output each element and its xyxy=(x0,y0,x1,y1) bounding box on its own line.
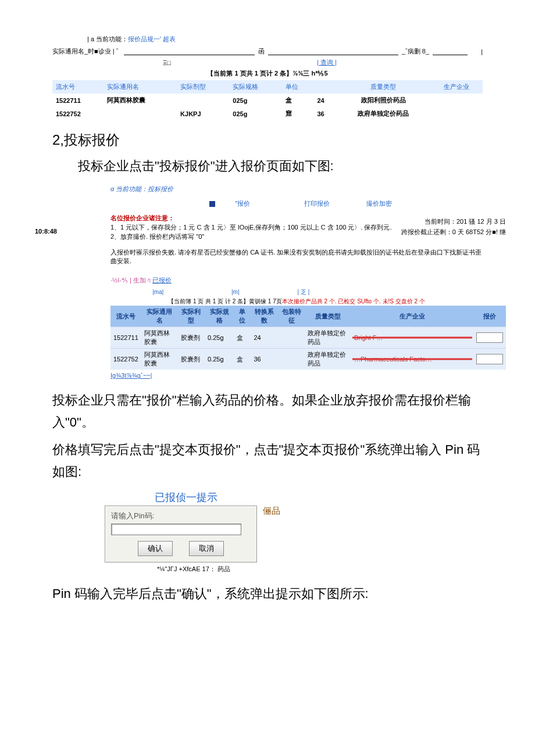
result-table-1: 流水号 实际通用名 实际剂型 实际规格 单位 质量类型 生产企业 1522711… xyxy=(52,80,483,120)
paragraph-3: Pin 码输入完毕后点击"确认"，系统弹出提示如下图所示: xyxy=(52,583,483,604)
input-underline[interactable] xyxy=(124,48,254,55)
deadline-label: 跨报价截止还剩：0 天 68T52 分■! 继 xyxy=(401,228,506,237)
pager-2: 【当前簿 1 页 共 1 页 计 2 条】黄驯缘 1 7页本次撮价产品共 2 个… xyxy=(110,298,483,306)
col-blank xyxy=(313,80,336,94)
col-quality: 质量类型 xyxy=(337,80,430,94)
price-cell xyxy=(473,349,506,370)
equals-symbol: Ξ□ xyxy=(163,59,171,66)
caret-end: | xyxy=(471,48,483,55)
input-underline-3[interactable] xyxy=(433,48,468,55)
notice-line-3: 入报价时罹示报价失败. 请冷有星否已经安蟹修的 CA 证书. 加果没有安奘制的庇… xyxy=(110,248,483,266)
maker-cell: …Pharmaceuticals Facto… xyxy=(351,349,473,370)
price-input[interactable] xyxy=(476,354,503,364)
search-row: 实际通用名_时■诊业 | ˆ 函 _ˆ病删 8_ | xyxy=(52,47,483,56)
paragraph-1: 投标企业只需在"报价"栏输入药品的价格。如果企业放弃报价需在报价栏输入"0"。 xyxy=(52,389,483,433)
ruler-line: |ma| |m| | 乏 | xyxy=(110,288,483,296)
col-spec: 实际规格 xyxy=(229,80,281,94)
search-label: 实际通用名_时■诊业 | ˆ xyxy=(52,47,118,56)
maker-cell: Bright F… xyxy=(351,327,473,349)
pin-input[interactable] xyxy=(111,524,241,535)
pin-dialog-title: 已报侦一提示 xyxy=(105,490,268,504)
function-breadcrumb: | a 当前功能：报价品规一' 超表 xyxy=(87,35,483,44)
pin-dialog-wrap: 已报侦一提示 请输入Pin码: 确认 取消 俪品 xyxy=(105,490,268,562)
table-header-row: 流水号 实际通用名 实际剂型 实际规格 单位 质量类型 生产企业 xyxy=(52,80,483,94)
col-name: 实际通用名 xyxy=(104,80,177,94)
btn-print-quote[interactable]: 打印报价 xyxy=(304,200,330,207)
below-table-link[interactable]: Ig¾3t⅞¾gˆ~~| xyxy=(110,372,483,379)
col-form: 实际剂型 xyxy=(177,80,229,94)
quote-table: 流水号 实际通用名 实际利型 实际規格 单位 转换系数 包装特征 质量类型 生产… xyxy=(110,306,506,370)
btn-quote[interactable]: "报价 xyxy=(235,200,250,207)
square-icon xyxy=(209,201,215,207)
col-maker: 生产企业 xyxy=(430,80,483,94)
section-intro: 投标企业点击"投标报价"进入报价页面如下图: xyxy=(52,155,483,177)
pin-footer-text: *¼"JΓJ +XfcAE 17： 药品 xyxy=(157,565,483,574)
pin-input-label: 请输入Pin码: xyxy=(111,511,251,521)
table-row: 1522752 KJKPJ 025g 窟 36 政府单独定价药品 xyxy=(52,107,483,120)
tab-prefix: ·½í-⅘ | 生加々 xyxy=(110,277,152,284)
current-time-label: 当前时间：201 骚 12 月 3 日 xyxy=(425,217,506,226)
screenshot-1: | a 当前功能：报价品规一' 超表 实际通用名_时■诊业 | ˆ 函 _ˆ病删… xyxy=(52,35,483,120)
table-row: 1522711 阿莫西林胶囊 025g 盒 24 政阳利照价药品 xyxy=(52,94,483,107)
pin-side-label: 俪品 xyxy=(263,506,280,517)
table-header-row: 流水号 实际通用名 实际利型 实际規格 单位 转换系数 包装特征 质量类型 生产… xyxy=(110,306,506,327)
toolbar: "报价 打印报价 撮价加密 xyxy=(110,199,483,208)
query-link[interactable]: | 查询 | xyxy=(317,58,337,67)
table-row: 1522752 阿莫西林胶囊 胶囊剂 0.25g 盒 36 政府单独定价药品 …… xyxy=(110,349,506,370)
tab-strip: ·½í-⅘ | 生加々已报价 xyxy=(110,276,483,285)
col-serial: 流水号 xyxy=(52,80,104,94)
table-row: 1522711 阿莫西林胶囊 胶囊剂 0.25g 盒 24 政府单独定价药品 B… xyxy=(110,327,506,349)
redact-strike xyxy=(352,359,472,360)
price-cell xyxy=(473,327,506,349)
pin-button-row: 确认 取消 xyxy=(111,541,251,556)
price-input[interactable] xyxy=(476,332,503,343)
paragraph-2: 价格填写完后点击"提交本页报价"，点击"提交本页报价"系统弹出输入 Pin 码如… xyxy=(52,439,483,482)
function-breadcrumb-2: α 当前功能：投标报价 xyxy=(110,185,483,194)
redact-strike xyxy=(352,337,472,339)
right-label: _ˆ病删 8_ xyxy=(402,47,429,56)
screenshot-2: α 当前功能：投标报价 "报价 打印报价 撮价加密 名位报价企业诸注意： 1、1… xyxy=(110,185,483,379)
pin-ok-button[interactable]: 确认 xyxy=(138,541,173,556)
input-underline-2[interactable] xyxy=(268,48,398,55)
clock-label: 10:8:48 xyxy=(35,228,57,235)
tab-quoted[interactable]: 已报价 xyxy=(152,277,172,284)
search-row-2: Ξ□ | 查询 | xyxy=(52,58,483,67)
pager-text: 【当前第 1 页共 1 页计 2 条】⅞⅜三 h*⅕5 xyxy=(52,69,483,78)
col-unit: 单位 xyxy=(282,80,314,94)
pin-cancel-button[interactable]: 取消 xyxy=(189,541,224,556)
btn-encrypt-quote[interactable]: 撮价加密 xyxy=(366,200,392,207)
pin-dialog: 请输入Pin码: 确认 取消 xyxy=(105,506,257,562)
section-title: 2,投标报价 xyxy=(52,131,483,149)
mid-label: 函 xyxy=(258,47,265,56)
